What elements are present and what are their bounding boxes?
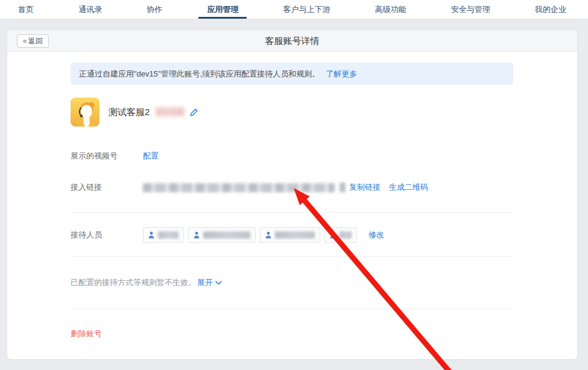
- expand-rules-label: 展开: [197, 277, 213, 288]
- staff-chip-list: [143, 227, 361, 243]
- generate-qrcode-action[interactable]: 生成二维码: [389, 182, 428, 193]
- staff-chip: [188, 227, 256, 243]
- nav-item-app-management[interactable]: 应用管理: [203, 0, 242, 19]
- redacted-name-suffix: [156, 107, 185, 116]
- configure-video-link[interactable]: 配置: [143, 151, 159, 161]
- redacted-access-url: [143, 183, 335, 192]
- access-link-label: 接入链接: [71, 182, 143, 193]
- staff-chip: [143, 227, 184, 243]
- card-header: «返回 客服账号详情: [7, 30, 577, 52]
- learn-more-link[interactable]: 了解更多: [326, 69, 357, 80]
- edit-name-icon[interactable]: [190, 108, 198, 118]
- redacted-staff-name: [158, 231, 179, 239]
- back-chevron-icon: «: [23, 37, 27, 45]
- service-avatar-icon: [71, 98, 100, 127]
- nav-item-collaboration[interactable]: 协作: [143, 0, 166, 19]
- modify-staff-link[interactable]: 修改: [368, 230, 384, 240]
- video-account-row: 展示的视频号 配置: [71, 151, 577, 161]
- person-icon: [265, 231, 271, 239]
- nav-item-customers[interactable]: 客户与上下游: [280, 0, 334, 19]
- person-icon: [330, 231, 336, 239]
- nav-item-advanced[interactable]: 高级功能: [371, 0, 410, 19]
- reception-staff-label: 接待人员: [71, 230, 143, 240]
- rules-row: 已配置的接待方式等规则暂不生效。 展开: [71, 277, 577, 288]
- expand-rules-link[interactable]: 展开: [197, 277, 222, 288]
- redacted-staff-name: [275, 231, 315, 239]
- nav-item-contacts[interactable]: 通讯录: [75, 0, 106, 19]
- person-icon: [148, 231, 154, 239]
- account-name: 测试客服2: [109, 107, 198, 118]
- redacted-staff-name: [203, 231, 250, 239]
- divider: [71, 212, 513, 213]
- account-name-text: 测试客服2: [109, 107, 150, 117]
- avatar: [71, 98, 100, 127]
- notice-text: 正通过自建应用"dev15"管理此账号,须到该应用配置接待人员和规则。: [79, 69, 320, 80]
- back-button-label: 返回: [28, 37, 43, 45]
- chevron-down-icon: [215, 281, 222, 285]
- rules-text: 已配置的接待方式等规则暂不生效。: [71, 277, 196, 288]
- copy-link-action[interactable]: 复制链接: [349, 182, 381, 193]
- divider: [71, 256, 513, 257]
- redacted-staff-name: [340, 231, 352, 239]
- divider: [71, 309, 513, 309]
- staff-chip: [260, 227, 320, 243]
- staff-chip: [324, 227, 357, 243]
- person-icon: [194, 231, 200, 239]
- nav-item-security[interactable]: 安全与管理: [447, 0, 494, 19]
- top-navigation: 首页 通讯录 协作 应用管理 客户与上下游 高级功能 安全与管理 我的企业: [0, 0, 588, 19]
- video-account-label: 展示的视频号: [71, 151, 143, 161]
- nav-item-home[interactable]: 首页: [14, 0, 37, 19]
- back-button[interactable]: «返回: [17, 34, 49, 48]
- page-title: 客服账号详情: [7, 30, 577, 52]
- reception-staff-row: 接待人员 修改: [71, 227, 577, 243]
- access-link-row: 接入链接 复制链接 生成二维码: [71, 182, 577, 193]
- account-detail-card: «返回 客服账号详情 正通过自建应用"dev15"管理此账号,须到该应用配置接待…: [7, 30, 577, 359]
- profile-row: 测试客服2: [71, 98, 577, 127]
- card-content: 正通过自建应用"dev15"管理此账号,须到该应用配置接待人员和规则。 了解更多: [7, 52, 577, 339]
- notice-banner: 正通过自建应用"dev15"管理此账号,须到该应用配置接待人员和规则。 了解更多: [71, 63, 513, 85]
- delete-account-link[interactable]: 删除账号: [71, 328, 102, 339]
- redacted-fragment: [340, 183, 346, 192]
- nav-item-my-company[interactable]: 我的企业: [531, 0, 570, 19]
